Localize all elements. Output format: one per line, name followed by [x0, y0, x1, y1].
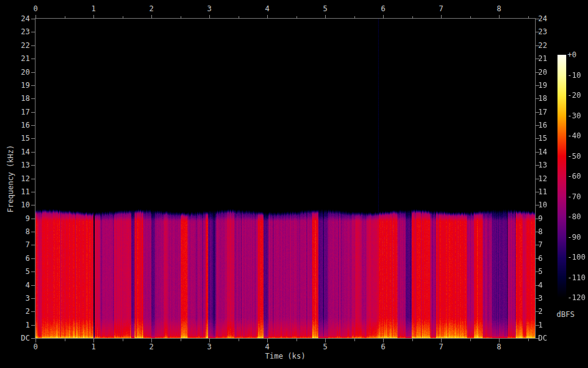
- y-axis-tick-label-right: 12: [538, 174, 563, 183]
- colorbar-tick-label: -110: [567, 273, 588, 282]
- x-axis-tick-label-top: 0: [23, 4, 48, 13]
- y-axis-tick-left: [31, 19, 35, 19]
- y-axis-tick-left: [31, 311, 35, 312]
- x-axis-tick-label-top: 4: [255, 4, 280, 13]
- x-axis-tick-top: [499, 15, 500, 19]
- y-axis-tick-label-left: 16: [0, 121, 30, 130]
- colorbar-tick-label: -60: [567, 172, 588, 181]
- y-axis-tick-label-right: 11: [538, 187, 563, 196]
- y-axis-tick-label-right: 5: [538, 267, 563, 276]
- colorbar-tick-label: -100: [567, 253, 588, 262]
- x-axis-tick-label-top: 8: [486, 4, 511, 13]
- x-axis-minor-tick-top: [528, 16, 529, 19]
- y-axis-tick-label-right: 23: [538, 27, 563, 36]
- y-axis-tick-left: [31, 192, 35, 192]
- y-axis-tick-left: [31, 85, 35, 86]
- x-axis-minor-tick-top: [412, 16, 413, 19]
- y-axis-tick-label-left: 4: [0, 281, 30, 290]
- y-axis-tick-label-left: 14: [0, 148, 30, 156]
- x-axis-tick-label-top: 2: [139, 4, 164, 13]
- colorbar-tick-label: -90: [567, 233, 588, 242]
- x-axis-tick-top: [151, 15, 152, 19]
- x-axis-minor-tick-bottom: [239, 339, 239, 341]
- y-axis-tick-left: [31, 138, 35, 139]
- x-axis-minor-tick-bottom: [354, 339, 355, 341]
- y-axis-tick-label-left: 1: [0, 321, 30, 329]
- y-axis-tick-label-left: 19: [0, 81, 30, 90]
- y-axis-tick-label-right: 3: [538, 294, 563, 303]
- y-axis-tick-label-right: 1: [538, 321, 563, 329]
- y-axis-tick-left: [31, 298, 35, 299]
- y-axis-tick-label-left: 12: [0, 174, 30, 183]
- colorbar-tick-label: -70: [567, 192, 588, 201]
- x-axis-minor-tick-bottom: [412, 339, 413, 341]
- x-axis-minor-tick-bottom: [123, 339, 123, 341]
- y-axis-tick-label-right: 22: [538, 41, 563, 50]
- x-axis-title: Time (ks): [0, 352, 571, 361]
- y-axis-tick-label-left: 20: [0, 68, 30, 77]
- x-axis-tick-label-top: 1: [81, 4, 106, 13]
- y-axis-tick-label-right: 13: [538, 161, 563, 169]
- y-axis-tick-left: [31, 219, 35, 219]
- y-axis-tick-label-right: 6: [538, 254, 563, 263]
- x-axis-tick-top: [441, 15, 442, 19]
- y-axis-tick-label-left: 24: [0, 14, 30, 23]
- y-axis-tick-label-left: 7: [0, 240, 30, 249]
- y-axis-tick-label-left: 21: [0, 54, 30, 63]
- x-axis-tick-label-bottom: 4: [255, 342, 280, 351]
- y-axis-tick-label-right: 2: [538, 307, 563, 316]
- y-axis-tick-label-right: 21: [538, 54, 563, 63]
- y-axis-tick-left: [31, 179, 35, 179]
- y-axis-tick-label-right: 4: [538, 281, 563, 290]
- x-axis-minor-tick-top: [65, 16, 65, 19]
- y-axis-tick-left: [31, 98, 35, 99]
- x-axis-minor-tick-top: [296, 16, 297, 19]
- y-axis-tick-label-right: 16: [538, 121, 563, 130]
- x-axis-minor-tick-top: [123, 16, 123, 19]
- spectrogram-canvas: [36, 19, 535, 338]
- y-axis-tick-label-right: 10: [538, 201, 563, 209]
- x-axis-tick-label-bottom: 5: [313, 342, 338, 351]
- x-axis-tick-top: [209, 15, 210, 19]
- y-axis-tick-label-right: 7: [538, 240, 563, 249]
- y-axis-tick-left: [31, 125, 35, 126]
- x-axis-tick-label-top: 3: [197, 4, 222, 13]
- y-axis-tick-label-left: 2: [0, 307, 30, 316]
- colorbar-tick-label: +0: [567, 50, 588, 59]
- y-axis-tick-label-left: 22: [0, 41, 30, 50]
- y-axis-tick-label-right: 9: [538, 214, 563, 223]
- x-axis-tick-top: [325, 15, 326, 19]
- colorbar-tick-label: -80: [567, 212, 588, 221]
- colorbar-tick-label: -20: [567, 91, 588, 100]
- spectrogram-page: Frequency (kHz) Time (ks) dBFS 001122334…: [0, 0, 588, 368]
- y-axis-tick-label-left: 8: [0, 227, 30, 236]
- y-axis-tick-label-left: 13: [0, 161, 30, 169]
- x-axis-minor-tick-bottom: [470, 339, 471, 341]
- y-axis-tick-label-right: 15: [538, 134, 563, 143]
- colorbar-tick-label: -10: [567, 71, 588, 80]
- colorbar-tick-label: -30: [567, 111, 588, 120]
- x-axis-minor-tick-top: [470, 16, 471, 19]
- y-axis-tick-label-left: 3: [0, 294, 30, 303]
- y-axis-tick-label-left: DC: [0, 334, 30, 342]
- y-axis-tick-label-left: 15: [0, 134, 30, 143]
- y-axis-tick-left: [31, 112, 35, 113]
- x-axis-tick-top: [383, 15, 384, 19]
- colorbar-tick-label: -120: [567, 293, 588, 302]
- y-axis-tick-label-right: 20: [538, 68, 563, 77]
- x-axis-minor-tick-top: [354, 16, 355, 19]
- y-axis-tick-label-left: 6: [0, 254, 30, 263]
- x-axis-minor-tick-bottom: [528, 339, 529, 341]
- y-axis-tick-label-left: 23: [0, 27, 30, 36]
- y-axis-tick-label-right: 19: [538, 81, 563, 90]
- y-axis-tick-label-left: 9: [0, 214, 30, 223]
- y-axis-tick-left: [31, 59, 35, 59]
- x-axis-minor-tick-bottom: [65, 339, 65, 341]
- y-axis-tick-left: [31, 285, 35, 286]
- y-axis-tick-left: [31, 232, 35, 232]
- colorbar-tick-label: -40: [567, 131, 588, 140]
- colorbar-tick-label: -50: [567, 152, 588, 161]
- y-axis-tick-left: [31, 258, 35, 259]
- y-axis-tick-label-right: 18: [538, 94, 563, 103]
- y-axis-tick-label-left: 5: [0, 267, 30, 276]
